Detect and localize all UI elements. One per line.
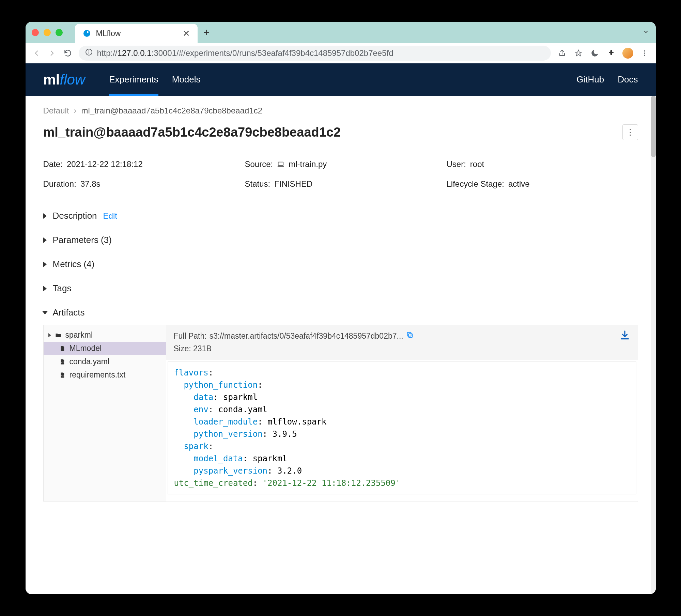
download-icon[interactable] [619,330,630,342]
breadcrumb: Default › ml_train@baaaad7a5b1c4c2e8a79c… [43,106,638,115]
svg-rect-10 [407,333,411,336]
laptop-icon [277,160,284,168]
artifact-header: Full Path:s3://master.artifacts/0/53eafa… [166,325,638,360]
caret-right-icon[interactable] [43,286,47,291]
svg-point-3 [644,50,645,51]
page-title: ml_train@baaaad7a5b1c4c2e8a79cbe8beaad1c… [43,125,341,140]
primary-nav: Experiments Models [109,63,200,96]
meta-source: Source: ml-train.py [245,159,436,169]
maximize-window-icon[interactable] [56,29,63,36]
site-info-icon[interactable] [85,48,93,58]
nav-experiments[interactable]: Experiments [109,63,158,96]
caret-down-icon[interactable] [42,311,48,314]
tree-file-conda[interactable]: </> conda.yaml [44,355,166,368]
artifact-tree: sparkml MLmodel </> conda.yaml [44,325,166,502]
back-icon[interactable] [32,48,41,58]
titlebar: MLflow ✕ + [26,22,656,43]
tree-folder[interactable]: sparkml [44,328,166,342]
svg-rect-9 [408,334,412,337]
share-icon[interactable] [557,48,567,58]
svg-point-4 [644,52,645,54]
artifact-detail: Full Path:s3://master.artifacts/0/53eafa… [166,325,638,502]
meta-date: Date: 2021-12-22 12:18:12 [43,159,235,169]
svg-point-5 [644,55,645,56]
scrollbar-thumb[interactable] [651,96,656,157]
edit-description-link[interactable]: Edit [103,211,117,221]
section-parameters[interactable]: Parameters (3) [43,228,638,252]
nav-models[interactable]: Models [172,63,201,96]
breadcrumb-current: ml_train@baaaad7a5b1c4c2e8a79cbe8beaad1c… [81,106,262,115]
section-tags[interactable]: Tags [43,276,638,301]
nav-github[interactable]: GitHub [576,74,604,85]
svg-text:</>: </> [61,374,65,376]
close-tab-icon[interactable]: ✕ [183,28,190,39]
close-window-icon[interactable] [32,29,39,36]
tab-title: MLflow [96,29,178,38]
profile-avatar-icon[interactable] [622,48,633,59]
scrollbar[interactable] [651,96,656,594]
caret-right-icon[interactable] [43,237,47,243]
nav-docs[interactable]: Docs [618,74,638,85]
traffic-lights [32,29,63,36]
tree-file-requirements[interactable]: </> requirements.txt [44,368,166,382]
meta-user: User: root [447,159,638,169]
browser-tab[interactable]: MLflow ✕ [75,24,198,43]
artifacts-panel: sparkml MLmodel </> conda.yaml [43,325,638,502]
caret-right-icon[interactable] [43,213,47,219]
meta-duration: Duration: 37.8s [43,179,235,189]
new-tab-icon[interactable]: + [204,27,210,38]
tree-file-mlmodel[interactable]: MLmodel [44,342,166,355]
forward-icon[interactable] [47,48,57,58]
caret-right-icon[interactable] [43,262,47,267]
section-description[interactable]: Description Edit [43,204,638,228]
svg-rect-6 [278,162,283,166]
svg-text:</>: </> [61,361,65,363]
svg-rect-2 [89,50,89,51]
breadcrumb-separator-icon: › [74,106,77,115]
browser-menu-icon[interactable] [639,48,650,58]
code-file-icon: </> [59,371,66,379]
address-input[interactable]: http://127.0.0.1:30001/#/experiments/0/r… [79,46,551,61]
app-header: mlflow Experiments Models GitHub Docs [26,63,656,96]
run-actions-menu[interactable]: ⋮ [622,124,638,140]
dark-mode-icon[interactable] [590,48,600,58]
code-file-icon: </> [59,358,66,366]
extensions-icon[interactable] [606,48,616,58]
tabs-dropdown-icon[interactable] [642,28,650,37]
section-metrics[interactable]: Metrics (4) [43,252,638,276]
meta-status: Status: FINISHED [245,179,436,189]
bookmark-icon[interactable] [573,48,584,58]
reload-icon[interactable] [63,48,73,58]
page-content: Default › ml_train@baaaad7a5b1c4c2e8a79c… [26,96,656,594]
title-row: ml_train@baaaad7a5b1c4c2e8a79cbe8beaad1c… [43,124,638,147]
caret-right-icon[interactable] [48,333,51,337]
section-artifacts[interactable]: Artifacts [43,301,638,325]
browser-window: MLflow ✕ + http://127.0.0.1:30001/#/expe… [26,22,656,594]
artifact-content: flavors: python_function: data: sparkml … [168,361,636,494]
copy-path-icon[interactable] [406,330,414,342]
file-icon [59,345,66,352]
svg-rect-1 [89,51,89,54]
minimize-window-icon[interactable] [44,29,51,36]
secondary-nav: GitHub Docs [576,74,638,85]
mlflow-logo[interactable]: mlflow [43,72,86,88]
breadcrumb-root[interactable]: Default [43,106,69,115]
mlflow-favicon-icon [82,29,91,38]
folder-icon [55,332,62,339]
run-meta: Date: 2021-12-22 12:18:12 Source: ml-tra… [43,159,638,189]
url-bar: http://127.0.0.1:30001/#/experiments/0/r… [26,43,656,63]
url-text: http://127.0.0.1:30001/#/experiments/0/r… [97,48,393,58]
meta-stage: Lifecycle Stage: active [447,179,638,189]
